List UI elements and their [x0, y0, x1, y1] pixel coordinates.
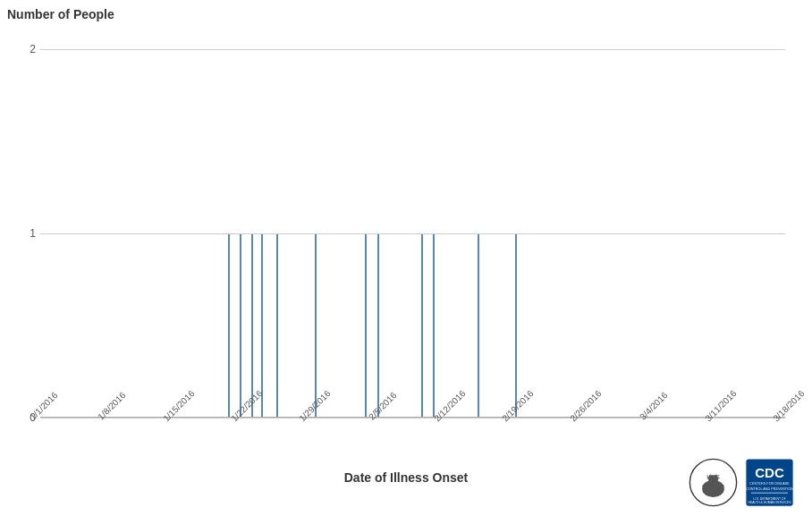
svg-text:U.S. DEPARTMENT OF: U.S. DEPARTMENT OF	[753, 497, 786, 501]
hhs-logo-icon: HHS	[689, 458, 738, 507]
svg-marker-5	[710, 471, 716, 475]
svg-text:CONTROL AND PREVENTION: CONTROL AND PREVENTION	[746, 487, 793, 491]
bar	[261, 233, 263, 418]
y-tick-label: 1	[30, 227, 36, 240]
bar	[240, 233, 241, 418]
bar	[433, 233, 435, 418]
x-tick-label: 1/1/2016	[28, 390, 59, 421]
x-tick-labels: 1/1/20161/8/20161/15/20161/22/20161/29/2…	[40, 395, 785, 449]
bar	[276, 233, 278, 418]
bar	[515, 233, 517, 418]
bar	[228, 233, 230, 418]
cdc-logo-icon: CDC CENTERS FOR DISEASE CONTROL AND PREV…	[745, 458, 794, 507]
bar	[365, 233, 367, 418]
bar	[315, 233, 317, 418]
bar	[377, 233, 379, 418]
svg-text:CDC: CDC	[755, 465, 784, 480]
logos: HHS CDC CENTERS FOR DISEASE CONTROL AND …	[689, 458, 794, 507]
x-tick-label: 3/4/2016	[638, 390, 669, 421]
grid-line	[40, 49, 785, 50]
bar	[421, 233, 423, 418]
chart-area: 012	[40, 49, 785, 418]
svg-text:HEALTH & HUMAN SERVICES: HEALTH & HUMAN SERVICES	[748, 501, 791, 504]
bar	[251, 233, 253, 418]
grid-line	[40, 233, 785, 234]
chart-container: Number of People 012 1/1/20161/8/20161/1…	[0, 0, 812, 516]
y-axis-label: Number of People	[7, 7, 114, 21]
svg-text:CENTERS FOR DISEASE: CENTERS FOR DISEASE	[749, 482, 790, 486]
x-tick-label: 1/8/2016	[96, 390, 127, 421]
y-tick-label: 2	[30, 43, 36, 55]
x-tick-label: 2/5/2016	[367, 390, 398, 421]
bar	[478, 233, 479, 418]
